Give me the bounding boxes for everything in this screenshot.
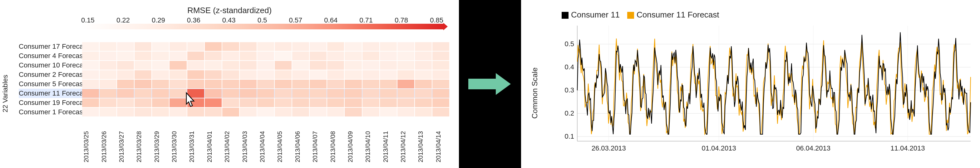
heatmap-cell[interactable]	[152, 108, 169, 116]
heatmap-cell[interactable]	[205, 98, 222, 107]
heatmap-cell[interactable]	[257, 79, 274, 89]
heatmap-cell[interactable]	[100, 108, 116, 116]
heatmap-cell[interactable]	[100, 89, 116, 98]
heatmap-cell[interactable]	[415, 70, 432, 79]
heatmap-cell[interactable]	[275, 52, 291, 60]
heatmap-cell[interactable]	[170, 89, 186, 98]
heatmap-cell[interactable]	[415, 52, 432, 60]
heatmap-cell[interactable]	[433, 89, 449, 98]
heatmap-grid[interactable]: Consumer 17 ForecastConsumer 4 ForecastC…	[19, 42, 450, 117]
heatmap-cell[interactable]	[380, 79, 397, 89]
heatmap-cell[interactable]	[310, 89, 326, 98]
heatmap-cell[interactable]	[380, 42, 397, 51]
heatmap-cell[interactable]	[117, 79, 134, 89]
heatmap-row[interactable]: Consumer 17 Forecast	[19, 42, 450, 51]
heatmap-cell[interactable]	[187, 108, 204, 116]
heatmap-cell[interactable]	[275, 61, 291, 70]
heatmap-cell[interactable]	[292, 79, 309, 89]
heatmap-cell[interactable]	[345, 79, 361, 89]
heatmap-cell[interactable]	[240, 61, 257, 70]
heatmap-cell[interactable]	[100, 79, 116, 89]
heatmap-cell[interactable]	[327, 98, 344, 107]
heatmap-cell[interactable]	[310, 42, 326, 51]
heatmap-row[interactable]: Consumer 10 Forecast	[19, 60, 450, 70]
heatmap-cell[interactable]	[380, 98, 397, 107]
heatmap-cell[interactable]	[363, 108, 379, 116]
heatmap-cell[interactable]	[345, 52, 361, 60]
heatmap-cell[interactable]	[117, 108, 134, 116]
heatmap-cell[interactable]	[415, 42, 432, 51]
heatmap-cell[interactable]	[117, 70, 134, 79]
heatmap-cell[interactable]	[100, 70, 116, 79]
heatmap-cell[interactable]	[82, 42, 99, 51]
heatmap-cell[interactable]	[82, 61, 99, 70]
heatmap-cell[interactable]	[152, 89, 169, 98]
heatmap-cell[interactable]	[257, 89, 274, 98]
heatmap-cell[interactable]	[240, 108, 257, 116]
heatmap-cell[interactable]	[275, 89, 291, 98]
heatmap-cell[interactable]	[292, 89, 309, 98]
linechart-plot[interactable]: 0.10.20.30.40.526.03.201301.04.201306.04…	[558, 22, 974, 160]
heatmap-cell[interactable]	[292, 52, 309, 60]
heatmap-cell[interactable]	[275, 70, 291, 79]
heatmap-cell[interactable]	[222, 98, 239, 107]
heatmap-cell[interactable]	[240, 42, 257, 51]
heatmap-cell[interactable]	[257, 98, 274, 107]
heatmap-cell[interactable]	[170, 42, 186, 51]
heatmap-cell[interactable]	[117, 61, 134, 70]
heatmap-cell[interactable]	[327, 52, 344, 60]
heatmap-cell[interactable]	[345, 89, 361, 98]
heatmap-cell[interactable]	[222, 61, 239, 70]
heatmap-cell[interactable]	[415, 89, 432, 98]
heatmap-cell[interactable]	[257, 108, 274, 116]
heatmap-row[interactable]: Consumer 11 Forecast	[19, 89, 450, 98]
heatmap-cell[interactable]	[240, 89, 257, 98]
heatmap-cell[interactable]	[415, 79, 432, 89]
heatmap-cell[interactable]	[345, 61, 361, 70]
heatmap-cell[interactable]	[117, 98, 134, 107]
heatmap-cell[interactable]	[187, 89, 204, 98]
heatmap-cell[interactable]	[257, 42, 274, 51]
heatmap-cell[interactable]	[398, 52, 414, 60]
heatmap-cell[interactable]	[240, 52, 257, 60]
heatmap-cell[interactable]	[82, 79, 99, 89]
heatmap-cell[interactable]	[327, 61, 344, 70]
heatmap-cell[interactable]	[135, 98, 151, 107]
heatmap-cell[interactable]	[380, 70, 397, 79]
heatmap-cell[interactable]	[398, 98, 414, 107]
heatmap-cell[interactable]	[292, 70, 309, 79]
heatmap-cell[interactable]	[205, 42, 222, 51]
heatmap-cell[interactable]	[152, 70, 169, 79]
heatmap-cell[interactable]	[135, 42, 151, 51]
heatmap-cell[interactable]	[433, 98, 449, 107]
heatmap-cell[interactable]	[117, 89, 134, 98]
heatmap-cell[interactable]	[363, 98, 379, 107]
heatmap-cell[interactable]	[398, 42, 414, 51]
heatmap-cell[interactable]	[117, 42, 134, 51]
heatmap-cell[interactable]	[433, 52, 449, 60]
heatmap-cell[interactable]	[257, 61, 274, 70]
heatmap-cell[interactable]	[275, 108, 291, 116]
heatmap-cell[interactable]	[363, 61, 379, 70]
heatmap-cell[interactable]	[135, 108, 151, 116]
heatmap-cell[interactable]	[187, 61, 204, 70]
heatmap-row[interactable]: Consumer 4 Forecast	[19, 51, 450, 60]
heatmap-cell[interactable]	[205, 79, 222, 89]
heatmap-cell[interactable]	[398, 61, 414, 70]
heatmap-row[interactable]: Consumer 19 Forecast	[19, 98, 450, 108]
heatmap-cell[interactable]	[82, 70, 99, 79]
heatmap-cell[interactable]	[117, 52, 134, 60]
heatmap-cell[interactable]	[82, 108, 99, 116]
heatmap-cell[interactable]	[292, 61, 309, 70]
heatmap-cell[interactable]	[152, 42, 169, 51]
heatmap-cell[interactable]	[152, 98, 169, 107]
heatmap-row[interactable]: Consumer 1 Forecast	[19, 108, 450, 117]
heatmap-cell[interactable]	[240, 79, 257, 89]
heatmap-cell[interactable]	[363, 52, 379, 60]
heatmap-cell[interactable]	[380, 89, 397, 98]
heatmap-cell[interactable]	[100, 52, 116, 60]
heatmap-cell[interactable]	[433, 42, 449, 51]
heatmap-cell[interactable]	[222, 42, 239, 51]
heatmap-cell[interactable]	[222, 79, 239, 89]
heatmap-cell[interactable]	[310, 52, 326, 60]
